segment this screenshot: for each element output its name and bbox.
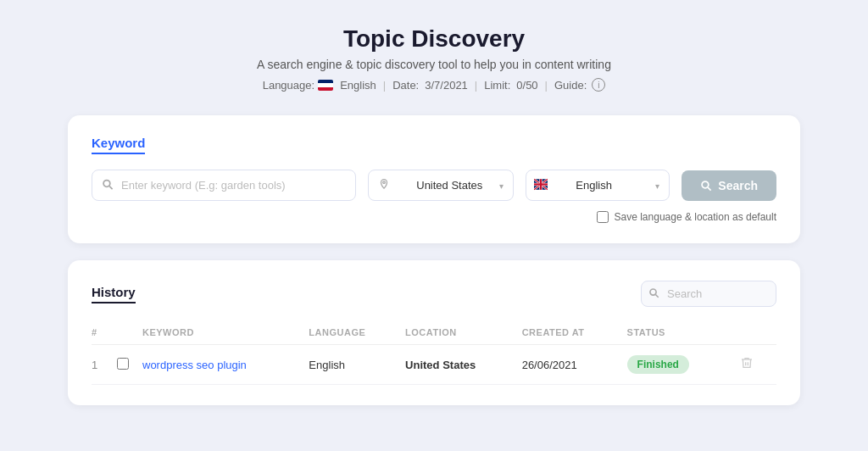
limit-value: 0/50 (516, 79, 537, 92)
keyword-input[interactable] (92, 170, 356, 201)
svg-rect-7 (534, 183, 548, 185)
location-chevron-down-icon: ▾ (499, 181, 504, 190)
row-language: English (309, 345, 405, 385)
row-keyword: wordpress seo plugin (142, 345, 309, 385)
col-keyword: KEYWORD (142, 320, 309, 345)
col-created-at: CREATED AT (522, 320, 627, 345)
keyword-card: Keyword (68, 115, 800, 243)
language-chevron-down-icon: ▾ (655, 181, 659, 190)
search-row: United States ▾ (92, 170, 776, 201)
col-status: STATUS (627, 320, 732, 345)
table-row: 1 wordpress seo plugin English United St… (92, 345, 776, 385)
save-default-row: Save language & location as default (92, 211, 776, 223)
limit-label: Limit: (484, 79, 510, 92)
status-badge: Finished (627, 355, 689, 374)
keyword-link[interactable]: wordpress seo plugin (142, 359, 247, 371)
flag-icon (318, 80, 333, 91)
language-icon (534, 178, 548, 192)
search-button-label: Search (718, 179, 758, 192)
col-actions (732, 320, 776, 345)
page-subtitle: A search engine & topic discovery tool t… (68, 58, 800, 71)
svg-point-0 (103, 180, 110, 187)
history-search-wrap (641, 281, 776, 307)
history-table: # KEYWORD LANGUAGE LOCATION CREATED AT S… (92, 320, 776, 385)
svg-line-1 (109, 186, 113, 189)
location-dropdown-value: United States (399, 179, 482, 192)
keyword-tab[interactable]: Keyword (92, 136, 776, 170)
history-header: History (92, 281, 776, 307)
header-meta: Language: English | Date: 3/7/2021 | Lim… (68, 78, 800, 92)
row-checkbox[interactable] (117, 358, 129, 370)
col-checkbox (117, 320, 142, 345)
separator-2: | (475, 79, 477, 92)
language-label: Language: (263, 79, 314, 92)
keyword-search-icon (102, 178, 114, 192)
col-language: LANGUAGE (309, 320, 405, 345)
date-value: 3/7/2021 (425, 79, 468, 92)
save-default-checkbox[interactable] (597, 211, 609, 223)
save-default-label: Save language & location as default (615, 211, 776, 223)
language-dropdown-wrap: English ▾ (526, 170, 670, 201)
col-number: # (92, 320, 117, 345)
location-pin-icon (378, 178, 390, 192)
delete-icon[interactable] (740, 358, 754, 372)
history-title: History (92, 285, 136, 303)
row-number: 1 (92, 345, 117, 385)
col-location: LOCATION (405, 320, 522, 345)
history-search-input[interactable] (641, 281, 776, 307)
history-search-icon (648, 287, 659, 301)
separator-1: | (383, 79, 386, 92)
search-button[interactable]: Search (682, 170, 776, 201)
location-dropdown-wrap: United States ▾ (368, 170, 514, 201)
keyword-tab-label: Keyword (92, 136, 145, 154)
svg-point-8 (702, 181, 709, 188)
row-status: Finished (627, 345, 732, 385)
date-label: Date: (392, 79, 419, 92)
svg-line-11 (655, 294, 658, 297)
table-header-row: # KEYWORD LANGUAGE LOCATION CREATED AT S… (92, 320, 776, 345)
guide-info-icon[interactable]: i (592, 78, 605, 92)
language-value: English (340, 79, 376, 92)
page-title: Topic Discovery (68, 25, 800, 53)
row-location: United States (405, 345, 522, 385)
separator-3: | (545, 79, 548, 92)
guide-label: Guide: (554, 79, 587, 92)
keyword-input-wrap (92, 170, 356, 201)
svg-point-2 (383, 181, 386, 183)
row-created-at: 26/06/2021 (522, 345, 627, 385)
svg-point-10 (650, 288, 656, 294)
row-checkbox-cell (117, 345, 142, 385)
page-header: Topic Discovery A search engine & topic … (68, 25, 800, 92)
language-dropdown-value: English (557, 179, 612, 192)
row-actions (732, 345, 776, 385)
history-card: History # KEYWORD LANGUAGE LOCATI (68, 260, 800, 405)
svg-line-9 (708, 187, 711, 191)
